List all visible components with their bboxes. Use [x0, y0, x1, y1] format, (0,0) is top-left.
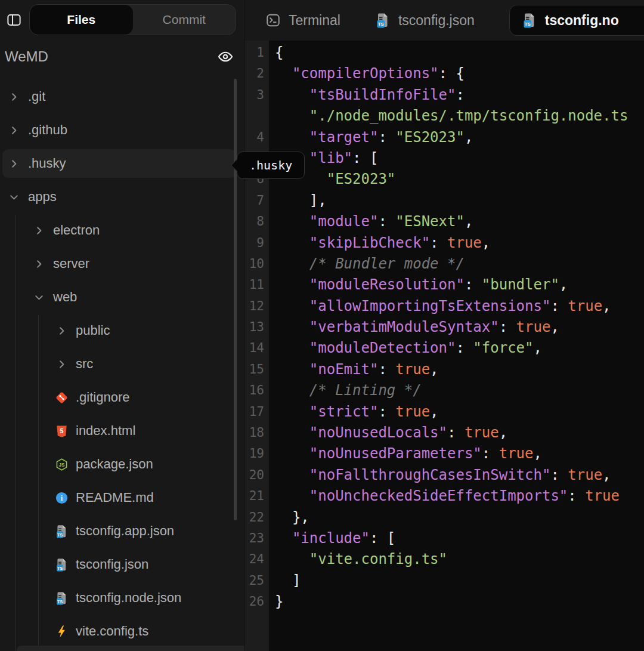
code-line: "noUncheckedSideEffectImports": true [275, 486, 644, 507]
code-line: } [275, 591, 644, 612]
file-tree: .git.github.huskyappselectronserverwebpu… [0, 82, 244, 651]
code-line: "moduleDetection": "force", [275, 338, 644, 359]
line-number: 13 [245, 317, 269, 338]
tree-item-package-json[interactable]: JSpackage.json [2, 450, 236, 479]
code-line: "noUnusedLocals": true, [275, 422, 644, 443]
tree-item-label: electron [53, 223, 100, 238]
svg-text:TS: TS [57, 599, 63, 603]
tree-item-label: .github [28, 122, 67, 138]
tree-item-label: index.html [76, 423, 135, 439]
sidebar: FilesCommit WeMD .git.github.huskyappsel… [0, 0, 245, 651]
sidebar-top-bar: FilesCommit [0, 0, 244, 39]
tree-item-label: public [76, 323, 110, 338]
code-line: "target": "ES2023", [275, 127, 644, 148]
svg-text:JS: JS [59, 462, 66, 467]
tree-item-tsconfig-node-json[interactable]: TStsconfig.node.json [2, 584, 236, 612]
chevron-right-icon[interactable] [55, 324, 69, 338]
line-number: 18 [245, 422, 269, 443]
chevron-down-icon[interactable] [7, 190, 21, 204]
line-number: 22 [245, 507, 269, 528]
line-number: 20 [245, 465, 269, 486]
tree-item-git[interactable]: .git [2, 82, 236, 111]
chevron-right-icon[interactable] [32, 257, 46, 271]
code-line: "noUnusedParameters": true, [275, 443, 644, 464]
code-line: "lib": [ [275, 148, 644, 169]
tree-item-vite-config-ts[interactable]: vite.config.ts [2, 617, 236, 646]
ts-icon: TS [55, 524, 69, 538]
terminal-icon [265, 13, 281, 28]
line-number: 21 [245, 486, 269, 507]
code-line: ] [275, 570, 644, 591]
code-line: "strict": true, [275, 402, 644, 422]
sidebar-tab-label: Commit [163, 13, 206, 27]
code-line: { [275, 42, 644, 63]
eye-icon [217, 48, 234, 65]
tree-item-public[interactable]: public [2, 316, 236, 345]
tree-item-label: apps [28, 189, 57, 205]
code-line: "skipLibCheck": true, [275, 233, 644, 254]
tree-item-label: server [53, 256, 89, 271]
editor-tab-terminal[interactable]: Terminal [265, 13, 340, 29]
sidebar-tab-files[interactable]: Files [30, 5, 133, 35]
tree-item-github[interactable]: .github [2, 116, 236, 144]
chevron-right-icon[interactable] [55, 357, 69, 371]
tree-item-tsconfig-json[interactable]: TStsconfig.json [2, 550, 236, 579]
sidebar-header: WeMD [0, 39, 244, 74]
info-icon: i [55, 491, 69, 505]
tree-item-gitignore[interactable]: .gitignore [2, 383, 236, 412]
tree-item-label: vite.config.ts [76, 624, 148, 639]
svg-text:i: i [61, 494, 63, 502]
line-number: 14 [245, 338, 269, 359]
line-number-gutter: 1234567891011121314151617181920212223242… [245, 41, 269, 651]
tree-item-src[interactable]: src [2, 350, 236, 378]
tree-item-label: tsconfig.json [76, 557, 148, 572]
ts-icon: TS [55, 591, 69, 605]
sidebar-bottom-bar [17, 646, 244, 651]
line-number: 24 [245, 549, 269, 570]
tree-item-server[interactable]: server [2, 249, 236, 278]
editor-tab-tsconfig-no[interactable]: TStsconfig.no [509, 5, 644, 36]
code-line: "vite.config.ts" [275, 549, 644, 570]
html-icon: 5 [55, 424, 69, 438]
tree-item-electron[interactable]: electron [2, 216, 236, 245]
line-number: 9 [245, 233, 269, 254]
editor-tab-label: tsconfig.no [545, 13, 619, 29]
git-icon [55, 391, 69, 405]
code-content[interactable]: { "compilerOptions": { "tsBuildInfoFile"… [269, 41, 644, 651]
tree-item-index-html[interactable]: 5index.html [2, 416, 236, 445]
chevron-right-icon[interactable] [32, 224, 46, 237]
tree-item-tsconfig-app-json[interactable]: TStsconfig.app.json [2, 517, 236, 545]
editor-tab-tsconfig-json[interactable]: TStsconfig.json [375, 13, 475, 29]
code-line: "noEmit": true, [275, 359, 644, 380]
line-number: 16 [245, 380, 269, 401]
chevron-right-icon[interactable] [7, 90, 21, 104]
sidebar-scrollbar[interactable] [234, 79, 237, 520]
chevron-down-icon[interactable] [32, 291, 46, 304]
code-line: ], [275, 190, 644, 211]
code-line: "noFallthroughCasesInSwitch": true, [275, 465, 644, 486]
panel-toggle-button[interactable] [6, 12, 22, 28]
line-number: 26 [245, 591, 269, 612]
line-number: 19 [245, 443, 269, 464]
line-number: 7 [245, 190, 269, 211]
line-number: 1 [245, 42, 269, 63]
code-line: "tsBuildInfoFile": [275, 85, 644, 106]
svg-text:TS: TS [57, 532, 63, 536]
tree-item-label: tsconfig.app.json [76, 523, 174, 539]
ts-icon: TS [375, 13, 391, 28]
code-line: "./node_modules/.tmp/tsconfig.node.ts [275, 106, 644, 127]
code-line: "compilerOptions": { [275, 63, 644, 84]
editor: TerminalTStsconfig.jsonTStsconfig.no 123… [245, 0, 644, 651]
chevron-right-icon[interactable] [7, 157, 21, 171]
tree-item-web[interactable]: web [2, 283, 236, 311]
sidebar-tab-commit[interactable]: Commit [133, 5, 236, 35]
line-number: 11 [245, 274, 269, 295]
code-line: /* Linting */ [275, 380, 644, 401]
preview-toggle-button[interactable] [217, 48, 234, 65]
tree-item-apps[interactable]: apps [2, 183, 236, 211]
tooltip-text: .husky [249, 158, 292, 172]
tree-item-husky[interactable]: .husky [2, 149, 236, 178]
chevron-right-icon[interactable] [7, 124, 21, 137]
tree-item-label: src [76, 356, 93, 372]
tree-item-readme-md[interactable]: iREADME.md [2, 483, 236, 512]
